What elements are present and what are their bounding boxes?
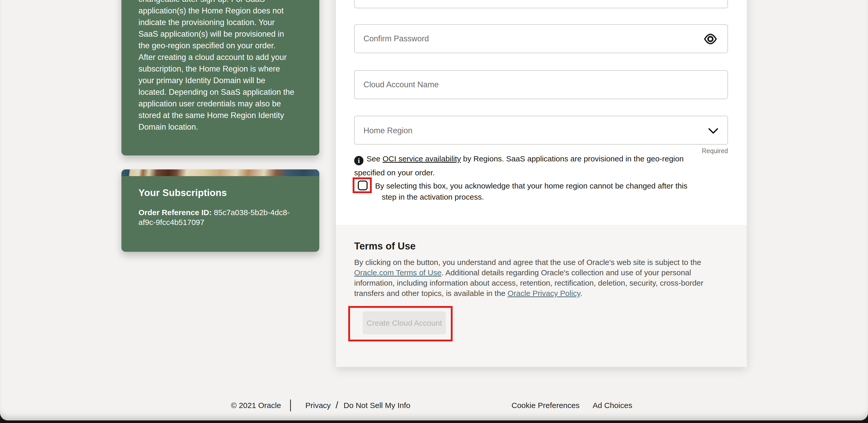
ad-choices-link[interactable]: Ad Choices [593, 401, 632, 410]
oracle-terms-of-use-link[interactable]: Oracle.com Terms of Use [354, 268, 441, 277]
footer-slash: / [336, 400, 338, 411]
info-icon: i [354, 156, 364, 165]
page: changeable after sign-up. For SaaS appli… [0, 0, 868, 423]
home-region-info-text: changeable after sign-up. For SaaS appli… [138, 0, 303, 133]
cloud-account-name-field[interactable] [354, 70, 728, 99]
subscriptions-title: Your Subscriptions [138, 188, 227, 198]
do-not-sell-my-info-link[interactable]: Do Not Sell My Info [344, 401, 410, 410]
show-password-button[interactable] [702, 33, 719, 46]
privacy-link[interactable]: Privacy [305, 401, 331, 410]
home-region-info-panel: changeable after sign-up. For SaaS appli… [121, 0, 319, 156]
order-reference: Order Reference ID: 85c7a038-5b2b-4dc8-a… [138, 207, 299, 227]
region-availability-note: iSee OCI service availability by Regions… [354, 155, 742, 165]
region-availability-note-line2: specified on your order. [354, 168, 435, 177]
create-cloud-account-button[interactable]: Create Cloud Account [363, 312, 446, 334]
password-field-cutoff[interactable] [354, 0, 728, 8]
terms-body-part3: . [580, 289, 582, 297]
footer-divider [290, 399, 291, 411]
eye-icon [704, 33, 717, 45]
oci-service-availability-link[interactable]: OCI service availability [382, 155, 461, 163]
note-line1-rest: by Regions. SaaS applications are provis… [461, 155, 684, 163]
oracle-privacy-policy-link[interactable]: Oracle Privacy Policy [507, 289, 580, 297]
terms-of-use-paragraph: By clicking on the button, you understan… [354, 257, 726, 298]
note-prefix: See [367, 155, 382, 163]
confirm-password-field[interactable] [354, 24, 728, 53]
acknowledgement-label-line1: By selecting this box, you acknowledge t… [375, 182, 687, 190]
footer-copyright: © 2021 Oracle [231, 401, 281, 410]
home-region-acknowledgement-checkbox[interactable] [358, 181, 368, 190]
order-reference-label: Order Reference ID: [138, 208, 212, 217]
chevron-down-icon [708, 128, 718, 134]
home-region-placeholder: Home Region [364, 126, 412, 135]
required-label: Required [354, 147, 728, 155]
acknowledgement-label-line2: step in the activation process. [382, 193, 484, 201]
terms-body-part1: By clicking on the button, you understan… [354, 258, 701, 266]
terms-of-use-heading: Terms of Use [354, 241, 416, 252]
cookie-preferences-link[interactable]: Cookie Preferences [512, 401, 580, 410]
subscriptions-banner-image [121, 169, 319, 176]
subscriptions-panel: Your Subscriptions Order Reference ID: 8… [121, 169, 319, 252]
home-region-select[interactable]: Home Region [354, 116, 728, 144]
